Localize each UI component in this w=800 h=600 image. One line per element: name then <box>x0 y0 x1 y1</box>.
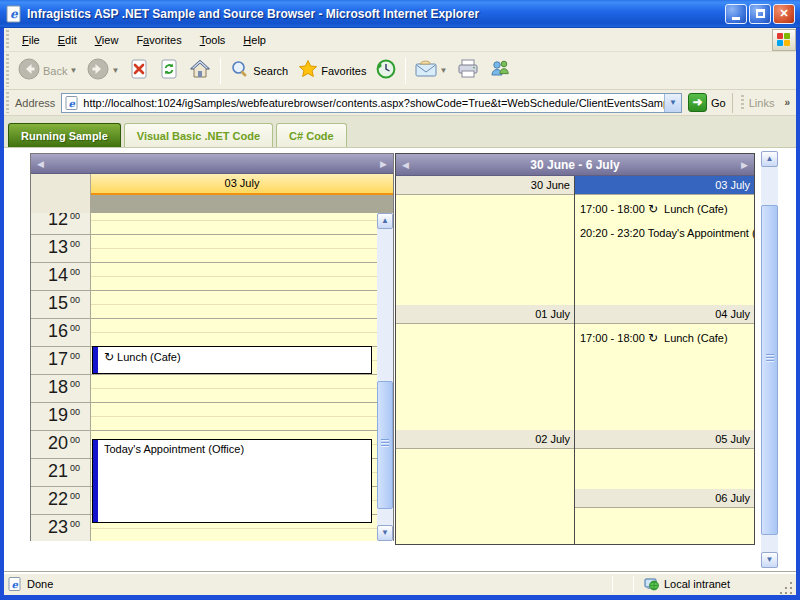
url-text: http://localhost:1024/igSamples/webfeatu… <box>83 97 664 109</box>
week-day-header[interactable]: 05 July <box>575 430 754 449</box>
week-day-header[interactable]: 30 June <box>396 176 574 195</box>
page-scroll-thumb[interactable] <box>761 205 778 535</box>
menu-favorites[interactable]: Favorites <box>127 30 190 50</box>
menu-edit[interactable]: Edit <box>49 30 86 50</box>
links-toolbar[interactable]: Links » <box>732 93 796 113</box>
messenger-button[interactable] <box>485 57 515 85</box>
status-page-icon: e <box>8 577 22 591</box>
history-icon <box>376 59 396 83</box>
search-icon <box>230 59 250 83</box>
favorites-label: Favorites <box>321 65 366 77</box>
hour-label: 2300 <box>31 514 90 541</box>
dropdown-arrow-icon[interactable]: ▼ <box>111 66 119 75</box>
svg-text:e: e <box>11 579 18 590</box>
scroll-down-button[interactable]: ▼ <box>377 525 393 541</box>
stop-button[interactable] <box>125 57 153 85</box>
event-title: Lunch (Cafe) <box>117 351 181 363</box>
time-gutter: 1200130014001500160017001800190020002100… <box>31 213 91 541</box>
day-view-date-header[interactable]: 03 July <box>91 174 393 195</box>
prev-day-arrow[interactable]: ◀ <box>31 159 50 169</box>
menu-file[interactable]: File <box>13 30 49 50</box>
hour-label: 1400 <box>31 262 90 290</box>
week-range-title: 30 June - 6 July <box>415 158 735 172</box>
week-event[interactable]: 17:00 - 18:00 ↻ Lunch (Cafe) <box>580 197 754 221</box>
go-arrow-icon: ➜ <box>688 93 707 112</box>
maximize-button[interactable] <box>749 4 771 24</box>
links-grip[interactable] <box>740 95 745 111</box>
toolbar: Back▼▼SearchFavorites▼ <box>4 52 796 90</box>
tab-running-sample[interactable]: Running Sample <box>8 123 121 147</box>
hour-label: 1700 <box>31 346 90 374</box>
week-event[interactable]: 17:00 - 18:00 ↻ Lunch (Cafe) <box>580 326 754 350</box>
resize-grip[interactable] <box>780 580 794 594</box>
history-button[interactable] <box>372 57 400 85</box>
search-button[interactable]: Search <box>226 57 292 85</box>
week-day-cell[interactable]: 05 July <box>575 430 754 489</box>
menu-view[interactable]: View <box>86 30 128 50</box>
toolbar-grip[interactable] <box>5 54 10 87</box>
event-title: Today's Appointment (Office) <box>104 443 244 455</box>
hour-label: 2100 <box>31 458 90 486</box>
menu-help[interactable]: Help <box>234 30 275 50</box>
recurrence-icon: ↻ <box>104 350 114 364</box>
week-day-header[interactable]: 03 July <box>575 176 754 195</box>
week-day-cell[interactable]: 30 June <box>396 176 574 305</box>
week-day-cell[interactable]: 01 July <box>396 305 574 430</box>
address-bar: Address e http://localhost:1024/igSample… <box>4 90 796 116</box>
week-view-navbar: ◀ 30 June - 6 July ▶ <box>396 154 754 176</box>
page-scroll-up-button[interactable]: ▲ <box>761 151 778 167</box>
week-day-cell[interactable]: 03 July17:00 - 18:00 ↻ Lunch (Cafe)20:20… <box>575 176 754 305</box>
hour-label: 2000 <box>31 430 90 458</box>
scroll-up-button[interactable]: ▲ <box>377 213 393 229</box>
ie-icon: e <box>5 5 23 23</box>
windows-logo <box>772 29 796 51</box>
go-button[interactable]: ➜ Go <box>688 93 726 112</box>
appointment[interactable]: Today's Appointment (Office) <box>92 439 372 523</box>
day-column[interactable]: ↻Lunch (Cafe)Today's Appointment (Office… <box>91 213 377 541</box>
next-week-arrow[interactable]: ▶ <box>735 160 754 170</box>
week-day-cell[interactable]: 04 July17:00 - 18:00 ↻ Lunch (Cafe) <box>575 305 754 430</box>
print-button[interactable] <box>453 57 483 85</box>
refresh-button[interactable] <box>155 57 183 85</box>
address-dropdown-button[interactable]: ▼ <box>664 94 681 112</box>
tab-visual-basic-net-code[interactable]: Visual Basic .NET Code <box>124 123 273 147</box>
all-day-row[interactable] <box>31 195 393 213</box>
page-scroll-down-button[interactable]: ▼ <box>761 552 778 568</box>
next-day-arrow[interactable]: ▶ <box>374 159 393 169</box>
status-text: Done <box>27 578 53 590</box>
hour-label: 1800 <box>31 374 90 402</box>
menu-tools[interactable]: Tools <box>191 30 235 50</box>
page-scrollbar[interactable]: ▲ ▼ <box>761 151 778 568</box>
home-icon <box>189 59 211 83</box>
chevron-icon[interactable]: » <box>784 97 790 108</box>
status-bar: e Done Local intranet <box>4 572 796 595</box>
week-event[interactable]: 20:20 - 23:20 Today's Appointment (Offic… <box>580 221 754 245</box>
dropdown-arrow-icon[interactable]: ▼ <box>69 66 77 75</box>
close-button[interactable]: ✕ <box>773 4 795 24</box>
week-day-header[interactable]: 06 July <box>575 489 754 508</box>
address-grip[interactable] <box>5 92 10 113</box>
toolbar-separator <box>405 58 406 84</box>
forward-button[interactable]: ▼ <box>83 56 123 86</box>
minimize-button[interactable] <box>725 4 747 24</box>
week-day-header[interactable]: 01 July <box>396 305 574 324</box>
mail-button[interactable]: ▼ <box>411 58 451 84</box>
dropdown-arrow-icon[interactable]: ▼ <box>439 66 447 75</box>
week-day-header[interactable]: 04 July <box>575 305 754 324</box>
favorites-button[interactable]: Favorites <box>294 57 370 85</box>
day-view-scrollbar[interactable]: ▲ ▼ <box>377 213 393 541</box>
week-day-cell[interactable]: 02 July <box>396 430 574 544</box>
address-input[interactable]: e http://localhost:1024/igSamples/webfea… <box>61 93 682 113</box>
appointment[interactable]: ↻Lunch (Cafe) <box>92 346 372 374</box>
browser-window: e Infragistics ASP .NET Sample and Sourc… <box>0 0 800 600</box>
home-button[interactable] <box>185 57 215 85</box>
week-day-cell[interactable]: 06 July <box>575 489 754 544</box>
menu-bar: FileEditViewFavoritesToolsHelp <box>4 28 796 52</box>
prev-week-arrow[interactable]: ◀ <box>396 160 415 170</box>
scroll-thumb[interactable] <box>377 381 393 509</box>
menu-grip[interactable] <box>5 30 10 49</box>
day-view-navbar: ◀ ▶ <box>31 154 393 174</box>
week-day-header[interactable]: 02 July <box>396 430 574 449</box>
tab-c-code[interactable]: C# Code <box>276 123 347 147</box>
back-button[interactable]: Back▼ <box>14 56 81 86</box>
